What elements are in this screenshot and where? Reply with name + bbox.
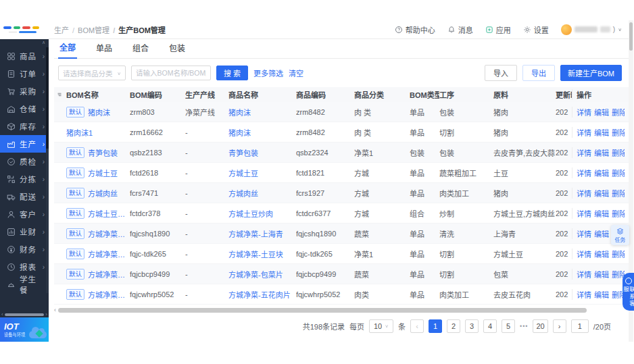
product-name-link[interactable]: 猪肉沫 bbox=[228, 127, 251, 138]
detail-link[interactable]: 详情 bbox=[577, 147, 591, 158]
import-button[interactable]: 导入 bbox=[485, 65, 517, 81]
page-button-4[interactable]: 4 bbox=[483, 319, 497, 333]
table-row[interactable]: 默认方城净菜-包菜片 fqjcbcp9499 - 方城净菜-包菜片 fqjcbc… bbox=[54, 264, 629, 284]
contact-support-button[interactable]: 联系客服 bbox=[623, 273, 634, 311]
sidebar-item-10[interactable]: 业财 › bbox=[0, 223, 49, 240]
product-name-link[interactable]: 方城肉丝 bbox=[228, 188, 258, 199]
page-jump-input[interactable] bbox=[571, 319, 589, 333]
product-name-link[interactable]: 方城土豆炒肉 bbox=[228, 208, 273, 219]
page-button-2[interactable]: 2 bbox=[447, 319, 460, 333]
table-row[interactable]: 默认方城土豆 fctd2618 - 方城土豆 fctd1821 方城 单品 蔬菜… bbox=[54, 163, 629, 183]
help-center-button[interactable]: 帮助中心 bbox=[395, 24, 435, 35]
delete-link[interactable]: 删除 bbox=[612, 107, 625, 118]
sidebar-item-0[interactable]: 商品 › bbox=[0, 47, 49, 65]
prev-page-button[interactable]: ‹ bbox=[410, 319, 424, 333]
user-menu[interactable]: ) ∨ bbox=[561, 24, 622, 35]
tab-0[interactable]: 全部 bbox=[58, 41, 77, 59]
sidebar-item-1[interactable]: 订单 › bbox=[0, 65, 49, 82]
app-logo[interactable] bbox=[0, 20, 49, 39]
product-name-link[interactable]: 方城土豆 bbox=[228, 167, 258, 178]
bom-name-link[interactable]: 方城净菜-包菜片 bbox=[88, 269, 126, 280]
next-page-button[interactable]: › bbox=[553, 319, 566, 333]
bom-search-input[interactable] bbox=[131, 66, 211, 80]
hscroll-thumb[interactable] bbox=[58, 308, 587, 313]
breadcrumb-item-1[interactable]: BOM管理 bbox=[72, 24, 109, 35]
column-filter-icon[interactable] bbox=[57, 90, 62, 99]
table-row[interactable]: 默认方城土豆炒肉 fctdcr378 - 方城土豆炒肉 fctdcr6377 方… bbox=[54, 203, 629, 224]
detail-link[interactable]: 详情 bbox=[577, 188, 591, 199]
delete-link[interactable]: 删除 bbox=[612, 208, 625, 219]
export-button[interactable]: 导出 bbox=[522, 65, 555, 81]
vscroll-thumb[interactable] bbox=[629, 22, 633, 51]
more-filters-link[interactable]: 更多筛选 bbox=[253, 68, 283, 78]
tab-1[interactable]: 单品 bbox=[95, 42, 114, 58]
tab-3[interactable]: 包装 bbox=[168, 42, 187, 58]
delete-link[interactable]: 删除 bbox=[612, 188, 625, 199]
edit-link[interactable]: 编辑 bbox=[594, 208, 609, 219]
table-row[interactable]: 默认猪肉沫 zrm803 净菜产线 猪肉沫 zrm8482 肉 类 单品 包装 … bbox=[54, 102, 629, 122]
detail-link[interactable]: 详情 bbox=[577, 107, 591, 118]
task-widget[interactable]: 任务 bbox=[611, 225, 629, 245]
sidebar-scroll-up-icon[interactable] bbox=[0, 39, 49, 47]
product-name-link[interactable]: 方城净菜-土豆块 bbox=[228, 249, 283, 259]
edit-link[interactable]: 编辑 bbox=[594, 289, 609, 300]
last-page-button[interactable]: 20 bbox=[533, 319, 547, 333]
scroll-left-icon[interactable]: ‹ bbox=[54, 307, 56, 313]
category-select[interactable]: 请选择商品分类 ∨ bbox=[58, 66, 126, 80]
bom-name-link[interactable]: 方城净菜-上海青 bbox=[88, 228, 126, 239]
tab-2[interactable]: 组合 bbox=[131, 42, 150, 58]
delete-link[interactable]: 删除 bbox=[612, 127, 625, 138]
scroll-left-icon[interactable]: ‹ bbox=[1, 311, 3, 317]
sidebar-item-7[interactable]: 分拣 › bbox=[0, 170, 49, 188]
bom-name-link[interactable]: 方城土豆 bbox=[88, 167, 118, 178]
product-name-link[interactable]: 方城净菜-五花肉片 bbox=[228, 289, 291, 300]
bom-name-link[interactable]: 方城肉丝 bbox=[88, 188, 118, 199]
apps-button[interactable]: 应用 bbox=[485, 24, 511, 35]
page-button-3[interactable]: 3 bbox=[465, 319, 479, 333]
sidebar-item-2[interactable]: 采购 › bbox=[0, 82, 49, 100]
product-name-link[interactable]: 方城净菜-上海青 bbox=[228, 228, 283, 239]
sidebar-item-9[interactable]: 客户 › bbox=[0, 205, 49, 223]
page-button-1[interactable]: 1 bbox=[429, 319, 442, 333]
detail-link[interactable]: 详情 bbox=[577, 167, 591, 178]
edit-link[interactable]: 编辑 bbox=[594, 269, 609, 280]
table-row[interactable]: 猪肉沫1 zrm16662 - 猪肉沫 zrm8482 肉 类 单品 切割 猪肉… bbox=[54, 122, 629, 142]
table-hscrollbar[interactable]: ‹ bbox=[54, 307, 629, 313]
breadcrumb-item-0[interactable]: 生产 bbox=[54, 24, 69, 35]
table-row[interactable]: 默认方城肉丝 fcrs7471 - 方城肉丝 fcrs1927 方城 单品 肉类… bbox=[54, 183, 629, 203]
edit-link[interactable]: 编辑 bbox=[594, 147, 609, 158]
bom-name-link[interactable]: 方城净菜-土豆块 bbox=[88, 249, 126, 259]
edit-link[interactable]: 编辑 bbox=[594, 228, 609, 239]
sidebar-item-6[interactable]: 质检 › bbox=[0, 153, 49, 170]
bom-name-link[interactable]: 方城土豆炒肉 bbox=[88, 208, 126, 219]
table-row[interactable]: 默认青笋包装 qsbz2183 - 青笋包装 qsbz2324 净菜1 包装 包… bbox=[54, 142, 629, 163]
edit-link[interactable]: 编辑 bbox=[594, 127, 609, 138]
table-row[interactable]: 默认方城净菜-五花肉片 fqjcwhrp5052 - 方城净菜-五花肉片 fqj… bbox=[54, 284, 629, 305]
page-button-5[interactable]: 5 bbox=[502, 319, 515, 333]
detail-link[interactable]: 详情 bbox=[577, 269, 591, 280]
sidebar-hscrollbar[interactable]: ‹ › bbox=[0, 311, 49, 317]
sidebar-item-13[interactable]: 学生餐 › bbox=[0, 276, 49, 293]
edit-link[interactable]: 编辑 bbox=[594, 107, 609, 118]
edit-link[interactable]: 编辑 bbox=[594, 167, 609, 178]
page-size-select[interactable]: 10 ∨ bbox=[369, 319, 393, 333]
scroll-right-icon[interactable]: › bbox=[45, 311, 47, 317]
product-name-link[interactable]: 青笋包装 bbox=[228, 147, 258, 158]
detail-link[interactable]: 详情 bbox=[577, 228, 591, 239]
edit-link[interactable]: 编辑 bbox=[594, 249, 609, 259]
detail-link[interactable]: 详情 bbox=[577, 249, 591, 259]
edit-link[interactable]: 编辑 bbox=[594, 188, 609, 199]
bom-name-link[interactable]: 方城净菜-五花肉片 bbox=[88, 289, 126, 300]
sidebar-item-5[interactable]: 生产 › bbox=[0, 135, 49, 153]
bom-name-link[interactable]: 青笋包装 bbox=[88, 147, 118, 158]
create-bom-button[interactable]: 新建生产BOM bbox=[560, 65, 622, 81]
product-name-link[interactable]: 方城净菜-包菜片 bbox=[228, 269, 283, 280]
detail-link[interactable]: 详情 bbox=[577, 289, 591, 300]
table-row[interactable]: 默认方城净菜-土豆块 fqjc-tdk265 - 方城净菜-土豆块 fqjc-t… bbox=[54, 244, 629, 264]
bom-name-link[interactable]: 猪肉沫1 bbox=[66, 127, 93, 138]
sidebar-item-11[interactable]: 财务 › bbox=[0, 240, 49, 258]
search-button[interactable]: 搜 索 bbox=[216, 66, 248, 80]
product-name-link[interactable]: 猪肉沫 bbox=[228, 107, 251, 118]
clear-filters-link[interactable]: 清空 bbox=[289, 68, 303, 78]
delete-link[interactable]: 删除 bbox=[612, 147, 625, 158]
